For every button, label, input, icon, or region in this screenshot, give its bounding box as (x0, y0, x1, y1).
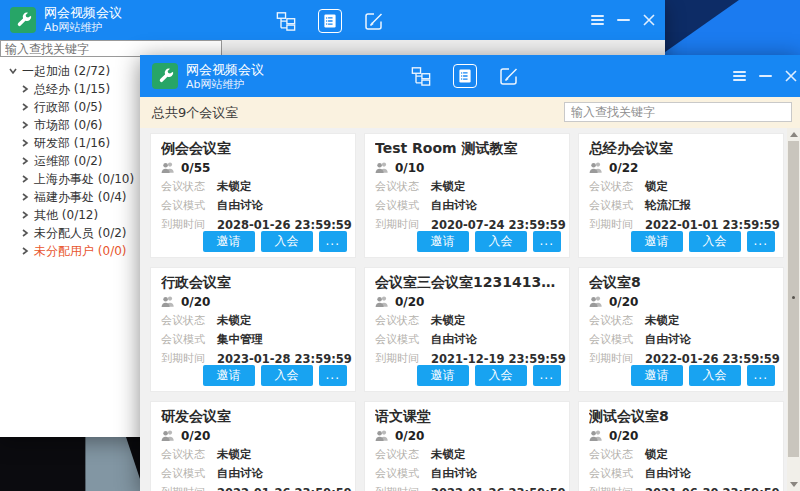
close-icon[interactable] (642, 13, 656, 27)
scroll-up-icon[interactable] (790, 132, 798, 137)
minimize-icon[interactable] (758, 69, 772, 83)
scrollbar-thumb[interactable] (788, 141, 799, 457)
status-row: 会议状态 未锁定 (589, 311, 773, 330)
tree-item[interactable]: 未分配人员 (0/2) (0, 224, 160, 242)
status-value: 锁定 (645, 179, 668, 194)
join-button[interactable]: 入会 (475, 231, 527, 252)
org-chart-icon[interactable] (276, 11, 296, 31)
expire-row: 到期时间 2021-06-30 23:59:59 (589, 483, 773, 491)
tree-item[interactable]: 运维部 (0/2) (0, 152, 160, 170)
more-button[interactable]: ... (533, 365, 561, 386)
member-count-row: 0/22 (589, 158, 773, 177)
room-card: 行政会议室 0/20 会议状态 未锁定 会议模式 集中管理 到期时间 (150, 267, 356, 392)
tree-item-label: 行政部 (0/5) (34, 99, 103, 116)
member-count-row: 0/20 (161, 292, 345, 311)
tree-item-label: 福建办事处 (0/4) (34, 189, 127, 206)
minimize-icon[interactable] (616, 13, 630, 27)
join-button[interactable]: 入会 (261, 365, 313, 386)
status-label: 会议状态 (161, 313, 217, 328)
app-subtitle: Ab网站维护 (44, 21, 103, 34)
more-button[interactable]: ... (747, 231, 775, 252)
meeting-list-icon[interactable] (453, 64, 477, 88)
mode-row: 会议模式 自由讨论 (589, 464, 773, 483)
room-count-summary: 总共9个会议室 (152, 97, 238, 128)
expire-label: 到期时间 (161, 485, 217, 491)
tree-item[interactable]: 其他 (0/12) (0, 206, 160, 224)
compose-icon[interactable] (499, 66, 519, 86)
join-button[interactable]: 入会 (689, 365, 741, 386)
scrollbar-grip-dot (792, 296, 795, 299)
join-button[interactable]: 入会 (261, 231, 313, 252)
invite-button[interactable]: 邀请 (417, 365, 469, 386)
expire-value: 2023-01-28 23:59:59 (217, 352, 352, 366)
meeting-list-icon[interactable] (318, 9, 342, 33)
mode-value: 自由讨论 (645, 466, 691, 481)
menu-icon[interactable] (732, 69, 746, 83)
expire-label: 到期时间 (589, 351, 645, 366)
chevron-icon (20, 85, 29, 94)
status-label: 会议状态 (375, 179, 431, 194)
expire-value: 2022-01-26 23:59:59 (431, 486, 566, 491)
vertical-scrollbar[interactable] (787, 128, 800, 491)
members-icon (589, 162, 603, 173)
mode-value: 自由讨论 (645, 332, 691, 347)
tree-item[interactable]: 总经办 (1/15) (0, 80, 160, 98)
member-count: 0/20 (609, 295, 638, 309)
mode-label: 会议模式 (589, 198, 645, 213)
join-button[interactable]: 入会 (475, 365, 527, 386)
join-button[interactable]: 入会 (689, 231, 741, 252)
member-count: 0/20 (181, 295, 210, 309)
invite-button[interactable]: 邀请 (631, 231, 683, 252)
room-card: 总经办会议室 0/22 会议状态 锁定 会议模式 轮流汇报 到期时间 (578, 133, 784, 258)
invite-button[interactable]: 邀请 (417, 231, 469, 252)
tree-item-label: 上海办事处 (0/10) (34, 171, 134, 188)
wrench-icon (15, 12, 32, 29)
mode-row: 会议模式 自由讨论 (161, 196, 345, 215)
room-name: 总经办会议室 (589, 138, 773, 158)
more-button[interactable]: ... (319, 231, 347, 252)
tree-item[interactable]: 行政部 (0/5) (0, 98, 160, 116)
close-icon[interactable] (784, 69, 798, 83)
status-row: 会议状态 未锁定 (375, 177, 559, 196)
status-row: 会议状态 未锁定 (161, 177, 345, 196)
department-tree: 一起加油 (2/72) 总经办 (1/15) 行政部 (0/5) (0, 62, 160, 260)
card-actions: 邀请 入会 ... (417, 231, 561, 252)
compose-icon[interactable] (364, 11, 384, 31)
expire-value: 2022-01-26 23:59:59 (217, 486, 352, 491)
tree-item-label: 运维部 (0/2) (34, 153, 103, 170)
expire-row: 到期时间 2022-01-26 23:59:59 (375, 483, 559, 491)
status-label: 会议状态 (375, 313, 431, 328)
status-label: 会议状态 (589, 447, 645, 462)
expire-value: 2022-01-01 23:59:59 (645, 218, 780, 232)
member-count-row: 0/20 (589, 292, 773, 311)
tree-item[interactable]: 上海办事处 (0/10) (0, 170, 160, 188)
tree-item[interactable]: 未分配用户 (0/0) (0, 242, 160, 260)
tree-item[interactable]: 福建办事处 (0/4) (0, 188, 160, 206)
more-button[interactable]: ... (747, 365, 775, 386)
member-count-row: 0/55 (161, 158, 345, 177)
more-button[interactable]: ... (319, 365, 347, 386)
invite-button[interactable]: 邀请 (203, 231, 255, 252)
members-icon (161, 296, 175, 307)
room-search-input[interactable] (564, 102, 792, 122)
tree-item[interactable]: 市场部 (0/6) (0, 116, 160, 134)
expire-label: 到期时间 (375, 351, 431, 366)
expire-label: 到期时间 (161, 217, 217, 232)
mode-label: 会议模式 (375, 198, 431, 213)
invite-button[interactable]: 邀请 (631, 365, 683, 386)
tree-item[interactable]: 一起加油 (2/72) (0, 62, 160, 80)
menu-icon[interactable] (590, 13, 604, 27)
scroll-down-icon[interactable] (790, 482, 798, 487)
mode-row: 会议模式 轮流汇报 (589, 196, 773, 215)
tree-item[interactable]: 研发部 (1/16) (0, 134, 160, 152)
front-titlebar: 网会视频会议 Ab网站维护 (140, 55, 800, 97)
card-actions: 邀请 入会 ... (631, 231, 775, 252)
wrench-icon (157, 68, 174, 85)
mode-value: 自由讨论 (217, 466, 263, 481)
invite-button[interactable]: 邀请 (203, 365, 255, 386)
room-name: 会议室三会议室123141324141三会... (375, 272, 559, 292)
room-card: 语文课堂 0/20 会议状态 未锁定 会议模式 自由讨论 到期时间 (364, 401, 570, 491)
more-button[interactable]: ... (533, 231, 561, 252)
org-chart-icon[interactable] (411, 66, 431, 86)
tree-item-label: 其他 (0/12) (34, 207, 98, 224)
